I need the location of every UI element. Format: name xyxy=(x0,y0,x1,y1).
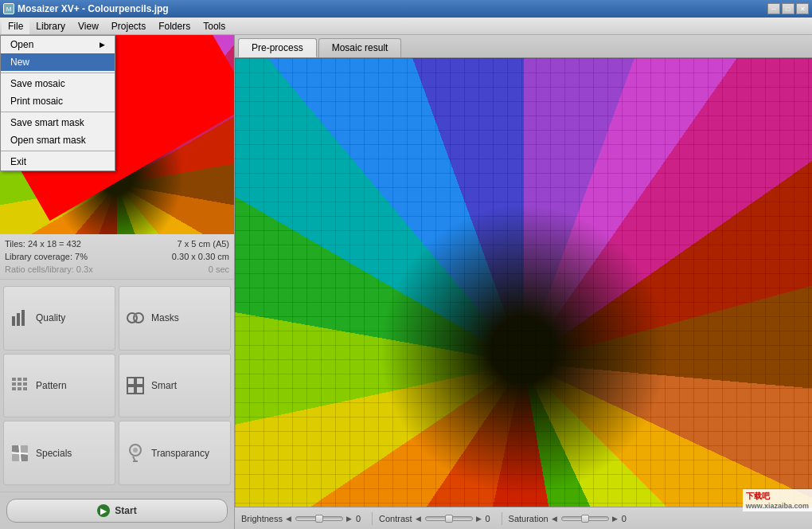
start-label: Start xyxy=(115,505,136,516)
pattern-label: Pattern xyxy=(36,380,67,391)
library-coverage: Library coverage: 7% xyxy=(5,250,88,263)
svg-rect-1 xyxy=(12,316,15,326)
window-controls: ─ □ ✕ xyxy=(767,3,809,14)
menu-view[interactable]: View xyxy=(72,18,105,34)
tiles-info: Tiles: 24 x 18 = 432 xyxy=(5,237,81,250)
saturation-slider[interactable] xyxy=(561,516,609,521)
brightness-value: 0 xyxy=(356,514,365,523)
svg-rect-8 xyxy=(23,378,27,381)
saturation-decrease[interactable]: ◀ xyxy=(551,515,559,523)
svg-rect-21 xyxy=(12,454,19,461)
contrast-slider[interactable] xyxy=(425,516,473,521)
contrast-label: Contrast xyxy=(379,514,412,523)
title-bar-left: M Mosaizer XV+ - Colourpencils.jpg xyxy=(3,3,169,14)
menu-bar: File Library View Projects Folders Tools xyxy=(0,18,812,35)
start-button[interactable]: ▶ Start xyxy=(6,499,228,523)
brightness-slider[interactable] xyxy=(295,516,343,521)
svg-rect-14 xyxy=(23,387,27,390)
menu-print-mosaic[interactable]: Print mosaic xyxy=(1,92,115,110)
specials-label: Specials xyxy=(36,448,72,459)
watermark-text: 下载吧 xyxy=(746,491,809,502)
menu-save-smart-mask[interactable]: Save smart mask xyxy=(1,114,115,131)
saturation-increase[interactable]: ▶ xyxy=(611,515,619,523)
svg-rect-9 xyxy=(12,382,16,386)
menu-folders[interactable]: Folders xyxy=(152,18,197,34)
window-title: Mosaizer XV+ - Colourpencils.jpg xyxy=(18,3,169,14)
quality-icon xyxy=(9,307,31,329)
info-row-tiles: Tiles: 24 x 18 = 432 7 x 5 cm (A5) xyxy=(5,237,229,250)
menu-open[interactable]: Open ▶ xyxy=(1,36,115,53)
specials-icon xyxy=(9,442,31,464)
title-bar: M Mosaizer XV+ - Colourpencils.jpg ─ □ ✕ xyxy=(0,0,812,18)
svg-line-24 xyxy=(12,453,28,454)
tab-bar: Pre-process Mosaic result xyxy=(235,35,812,58)
size-info: 7 x 5 cm (A5) xyxy=(178,237,229,250)
menu-separator-2 xyxy=(1,112,115,112)
menu-exit[interactable]: Exit xyxy=(1,153,115,170)
svg-rect-22 xyxy=(21,454,28,461)
brightness-thumb xyxy=(315,515,323,523)
menu-library[interactable]: Library xyxy=(29,18,72,34)
quality-button[interactable]: Quality xyxy=(3,286,115,351)
svg-point-28 xyxy=(133,448,138,453)
mosaic-image xyxy=(235,58,812,507)
svg-rect-18 xyxy=(136,386,143,394)
transparency-icon xyxy=(124,442,146,464)
brightness-label: Brightness xyxy=(241,514,283,523)
svg-rect-10 xyxy=(18,382,21,386)
masks-label: Masks xyxy=(151,312,179,323)
menu-file[interactable]: File xyxy=(2,18,29,34)
cell-size: 0.30 x 0.30 cm xyxy=(172,250,229,263)
tab-preprocess[interactable]: Pre-process xyxy=(238,38,317,57)
watermark-subtext: www.xiazaiba.com xyxy=(746,502,809,510)
brightness-decrease[interactable]: ◀ xyxy=(285,515,293,523)
svg-rect-3 xyxy=(21,310,25,326)
menu-save-mosaic[interactable]: Save mosaic xyxy=(1,75,115,92)
quality-label: Quality xyxy=(36,312,65,323)
app-icon: M xyxy=(3,3,14,14)
time-info: 0 sec xyxy=(209,263,229,276)
bottom-controls: Brightness ◀ ▶ 0 Contrast ◀ ▶ 0 Satu xyxy=(235,507,812,529)
brightness-control: Brightness ◀ ▶ 0 xyxy=(241,514,365,523)
smart-button[interactable]: Smart xyxy=(119,354,231,418)
watermark: 下载吧 www.xiazaiba.com xyxy=(743,489,812,511)
menu-tools[interactable]: Tools xyxy=(197,18,232,34)
contrast-increase[interactable]: ▶ xyxy=(475,515,483,523)
menu-projects[interactable]: Projects xyxy=(105,18,152,34)
contrast-value: 0 xyxy=(486,514,495,523)
transparency-button[interactable]: Transparancy xyxy=(119,421,231,485)
tab-mosaic-result[interactable]: Mosaic result xyxy=(318,38,402,57)
svg-rect-19 xyxy=(12,445,19,453)
menu-separator-1 xyxy=(1,72,115,73)
masks-button[interactable]: Masks xyxy=(119,286,231,351)
image-area xyxy=(235,58,812,507)
transparency-label: Transparancy xyxy=(151,448,209,459)
start-area: ▶ Start xyxy=(0,492,234,529)
svg-rect-12 xyxy=(12,387,16,390)
smart-icon xyxy=(124,374,146,397)
saturation-thumb xyxy=(581,515,589,523)
smart-label: Smart xyxy=(151,380,177,391)
separator-2 xyxy=(502,512,502,525)
close-button[interactable]: ✕ xyxy=(796,3,809,14)
specials-button[interactable]: Specials xyxy=(3,421,115,485)
contrast-control: Contrast ◀ ▶ 0 xyxy=(379,514,495,523)
masks-icon xyxy=(124,307,146,329)
maximize-button[interactable]: □ xyxy=(782,3,794,14)
menu-open-smart-mask[interactable]: Open smart mask xyxy=(1,131,115,149)
svg-rect-11 xyxy=(23,382,27,386)
svg-rect-17 xyxy=(127,386,135,394)
menu-separator-3 xyxy=(1,151,115,151)
contrast-decrease[interactable]: ◀ xyxy=(415,515,423,523)
brightness-increase[interactable]: ▶ xyxy=(345,515,353,523)
start-icon: ▶ xyxy=(97,504,110,517)
mosaic-grid-overlay xyxy=(235,58,812,507)
svg-rect-6 xyxy=(12,378,16,381)
minimize-button[interactable]: ─ xyxy=(767,3,780,14)
svg-rect-20 xyxy=(21,445,28,453)
pattern-button[interactable]: Pattern xyxy=(3,354,115,418)
menu-new[interactable]: New xyxy=(1,53,115,71)
svg-rect-2 xyxy=(17,313,20,326)
pattern-icon xyxy=(9,374,31,397)
info-row-ratio: Ratio cells/library: 0.3x 0 sec xyxy=(5,263,229,276)
